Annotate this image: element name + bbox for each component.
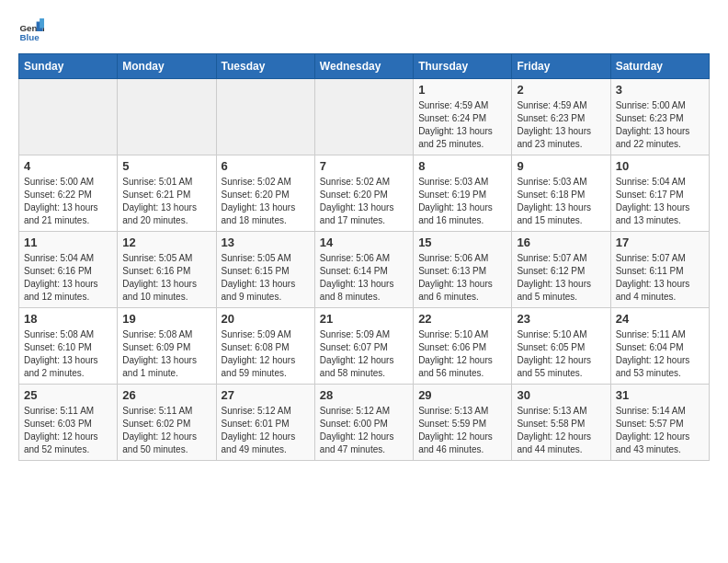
calendar-cell xyxy=(216,79,314,155)
day-number: 2 xyxy=(517,83,605,97)
calendar-cell: 2Sunrise: 4:59 AM Sunset: 6:23 PM Daylig… xyxy=(512,79,610,155)
day-header-friday: Friday xyxy=(512,54,610,79)
day-header-wednesday: Wednesday xyxy=(314,54,413,79)
calendar-cell: 3Sunrise: 5:00 AM Sunset: 6:23 PM Daylig… xyxy=(610,79,709,155)
calendar-cell: 7Sunrise: 5:02 AM Sunset: 6:20 PM Daylig… xyxy=(314,155,413,232)
calendar-week-row: 18Sunrise: 5:08 AM Sunset: 6:10 PM Dayli… xyxy=(19,308,710,385)
calendar-table: SundayMondayTuesdayWednesdayThursdayFrid… xyxy=(18,53,710,461)
calendar-cell: 22Sunrise: 5:10 AM Sunset: 6:06 PM Dayli… xyxy=(414,308,512,385)
day-detail: Sunrise: 5:02 AM Sunset: 6:20 PM Dayligh… xyxy=(222,176,310,227)
day-detail: Sunrise: 5:00 AM Sunset: 6:23 PM Dayligh… xyxy=(616,99,704,151)
calendar-cell: 9Sunrise: 5:03 AM Sunset: 6:18 PM Daylig… xyxy=(512,155,610,232)
day-detail: Sunrise: 5:03 AM Sunset: 6:19 PM Dayligh… xyxy=(418,176,506,227)
day-number: 16 xyxy=(517,236,605,249)
calendar-cell: 11Sunrise: 5:04 AM Sunset: 6:16 PM Dayli… xyxy=(19,232,118,308)
calendar-cell: 30Sunrise: 5:13 AM Sunset: 5:58 PM Dayli… xyxy=(512,385,610,461)
day-detail: Sunrise: 5:11 AM Sunset: 6:03 PM Dayligh… xyxy=(24,405,112,456)
day-number: 29 xyxy=(418,388,506,402)
day-number: 31 xyxy=(616,388,704,402)
day-number: 20 xyxy=(222,312,310,326)
day-detail: Sunrise: 5:13 AM Sunset: 5:58 PM Dayligh… xyxy=(517,405,605,456)
day-header-tuesday: Tuesday xyxy=(216,54,314,79)
day-number: 15 xyxy=(418,236,506,249)
day-detail: Sunrise: 5:01 AM Sunset: 6:21 PM Dayligh… xyxy=(122,176,210,227)
calendar-cell xyxy=(314,79,413,155)
day-number: 25 xyxy=(24,388,112,402)
day-number: 26 xyxy=(122,388,210,402)
logo: General Blue xyxy=(18,18,44,44)
day-detail: Sunrise: 5:07 AM Sunset: 6:12 PM Dayligh… xyxy=(517,252,605,304)
day-detail: Sunrise: 5:13 AM Sunset: 5:59 PM Dayligh… xyxy=(418,405,506,456)
calendar-cell: 29Sunrise: 5:13 AM Sunset: 5:59 PM Dayli… xyxy=(414,385,512,461)
day-detail: Sunrise: 5:12 AM Sunset: 6:00 PM Dayligh… xyxy=(320,405,408,456)
day-number: 17 xyxy=(616,236,704,249)
day-number: 24 xyxy=(616,312,704,326)
calendar-cell: 21Sunrise: 5:09 AM Sunset: 6:07 PM Dayli… xyxy=(314,308,413,385)
day-number: 30 xyxy=(517,388,605,402)
day-number: 23 xyxy=(517,312,605,326)
calendar-cell: 18Sunrise: 5:08 AM Sunset: 6:10 PM Dayli… xyxy=(19,308,118,385)
day-detail: Sunrise: 5:06 AM Sunset: 6:14 PM Dayligh… xyxy=(320,252,408,304)
calendar-week-row: 1Sunrise: 4:59 AM Sunset: 6:24 PM Daylig… xyxy=(19,79,710,155)
calendar-cell: 10Sunrise: 5:04 AM Sunset: 6:17 PM Dayli… xyxy=(610,155,709,232)
day-detail: Sunrise: 5:11 AM Sunset: 6:02 PM Dayligh… xyxy=(122,405,210,456)
day-number: 14 xyxy=(320,236,408,249)
day-detail: Sunrise: 5:05 AM Sunset: 6:15 PM Dayligh… xyxy=(222,252,310,304)
day-number: 18 xyxy=(24,312,112,326)
calendar-week-row: 11Sunrise: 5:04 AM Sunset: 6:16 PM Dayli… xyxy=(19,232,710,308)
calendar-header-row: SundayMondayTuesdayWednesdayThursdayFrid… xyxy=(19,54,710,79)
calendar-cell: 20Sunrise: 5:09 AM Sunset: 6:08 PM Dayli… xyxy=(216,308,314,385)
calendar-cell: 13Sunrise: 5:05 AM Sunset: 6:15 PM Dayli… xyxy=(216,232,314,308)
calendar-week-row: 25Sunrise: 5:11 AM Sunset: 6:03 PM Dayli… xyxy=(19,385,710,461)
day-detail: Sunrise: 5:14 AM Sunset: 5:57 PM Dayligh… xyxy=(616,405,704,456)
calendar-cell: 28Sunrise: 5:12 AM Sunset: 6:00 PM Dayli… xyxy=(314,385,413,461)
day-number: 1 xyxy=(418,83,506,97)
calendar-cell: 17Sunrise: 5:07 AM Sunset: 6:11 PM Dayli… xyxy=(610,232,709,308)
day-number: 3 xyxy=(616,83,704,97)
logo-icon: General Blue xyxy=(18,18,44,44)
day-detail: Sunrise: 5:09 AM Sunset: 6:08 PM Dayligh… xyxy=(222,328,310,380)
day-detail: Sunrise: 5:12 AM Sunset: 6:01 PM Dayligh… xyxy=(222,405,310,456)
calendar-cell: 23Sunrise: 5:10 AM Sunset: 6:05 PM Dayli… xyxy=(512,308,610,385)
day-number: 13 xyxy=(222,236,310,249)
calendar-cell: 25Sunrise: 5:11 AM Sunset: 6:03 PM Dayli… xyxy=(19,385,118,461)
calendar-cell: 4Sunrise: 5:00 AM Sunset: 6:22 PM Daylig… xyxy=(19,155,118,232)
day-detail: Sunrise: 5:04 AM Sunset: 6:17 PM Dayligh… xyxy=(616,176,704,227)
day-number: 12 xyxy=(122,236,210,249)
day-number: 22 xyxy=(418,312,506,326)
day-detail: Sunrise: 5:08 AM Sunset: 6:09 PM Dayligh… xyxy=(122,328,210,380)
day-detail: Sunrise: 5:08 AM Sunset: 6:10 PM Dayligh… xyxy=(24,328,112,380)
page-header: General Blue xyxy=(18,18,710,44)
calendar-cell: 16Sunrise: 5:07 AM Sunset: 6:12 PM Dayli… xyxy=(512,232,610,308)
day-number: 6 xyxy=(222,159,310,173)
day-number: 9 xyxy=(517,159,605,173)
day-number: 8 xyxy=(418,159,506,173)
calendar-cell: 24Sunrise: 5:11 AM Sunset: 6:04 PM Dayli… xyxy=(610,308,709,385)
day-header-sunday: Sunday xyxy=(19,54,118,79)
calendar-cell: 12Sunrise: 5:05 AM Sunset: 6:16 PM Dayli… xyxy=(118,232,216,308)
day-number: 27 xyxy=(222,388,310,402)
day-detail: Sunrise: 5:04 AM Sunset: 6:16 PM Dayligh… xyxy=(24,252,112,304)
day-number: 5 xyxy=(122,159,210,173)
day-number: 10 xyxy=(616,159,704,173)
day-header-saturday: Saturday xyxy=(610,54,709,79)
calendar-cell: 27Sunrise: 5:12 AM Sunset: 6:01 PM Dayli… xyxy=(216,385,314,461)
day-number: 4 xyxy=(24,159,112,173)
day-number: 28 xyxy=(320,388,408,402)
calendar-cell: 5Sunrise: 5:01 AM Sunset: 6:21 PM Daylig… xyxy=(118,155,216,232)
day-detail: Sunrise: 5:05 AM Sunset: 6:16 PM Dayligh… xyxy=(122,252,210,304)
day-number: 11 xyxy=(24,236,112,249)
calendar-cell: 19Sunrise: 5:08 AM Sunset: 6:09 PM Dayli… xyxy=(118,308,216,385)
day-detail: Sunrise: 5:03 AM Sunset: 6:18 PM Dayligh… xyxy=(517,176,605,227)
calendar-cell xyxy=(19,79,118,155)
day-header-monday: Monday xyxy=(118,54,216,79)
day-detail: Sunrise: 5:10 AM Sunset: 6:05 PM Dayligh… xyxy=(517,328,605,380)
day-number: 19 xyxy=(122,312,210,326)
day-number: 21 xyxy=(320,312,408,326)
day-number: 7 xyxy=(320,159,408,173)
day-detail: Sunrise: 5:10 AM Sunset: 6:06 PM Dayligh… xyxy=(418,328,506,380)
calendar-cell: 26Sunrise: 5:11 AM Sunset: 6:02 PM Dayli… xyxy=(118,385,216,461)
day-detail: Sunrise: 5:06 AM Sunset: 6:13 PM Dayligh… xyxy=(418,252,506,304)
calendar-cell: 6Sunrise: 5:02 AM Sunset: 6:20 PM Daylig… xyxy=(216,155,314,232)
calendar-cell xyxy=(118,79,216,155)
